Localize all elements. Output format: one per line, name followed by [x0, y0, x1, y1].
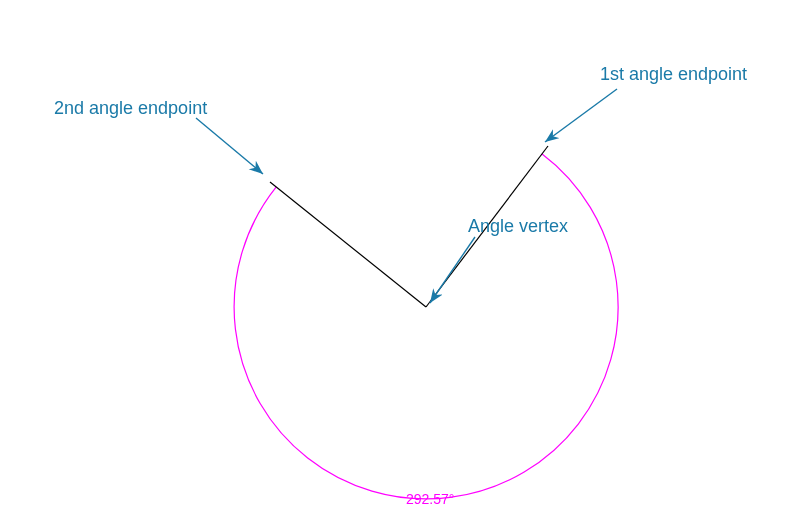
leader-vertex [430, 237, 475, 303]
dimension-arc [234, 154, 618, 499]
dimension-value: 292.57° [406, 491, 454, 507]
leader-endpoint-1 [545, 89, 617, 142]
ray-to-endpoint-2 [270, 182, 426, 307]
label-vertex: Angle vertex [468, 216, 568, 237]
label-second-endpoint: 2nd angle endpoint [54, 98, 207, 119]
label-first-endpoint: 1st angle endpoint [600, 64, 747, 85]
leader-endpoint-2 [196, 118, 263, 174]
